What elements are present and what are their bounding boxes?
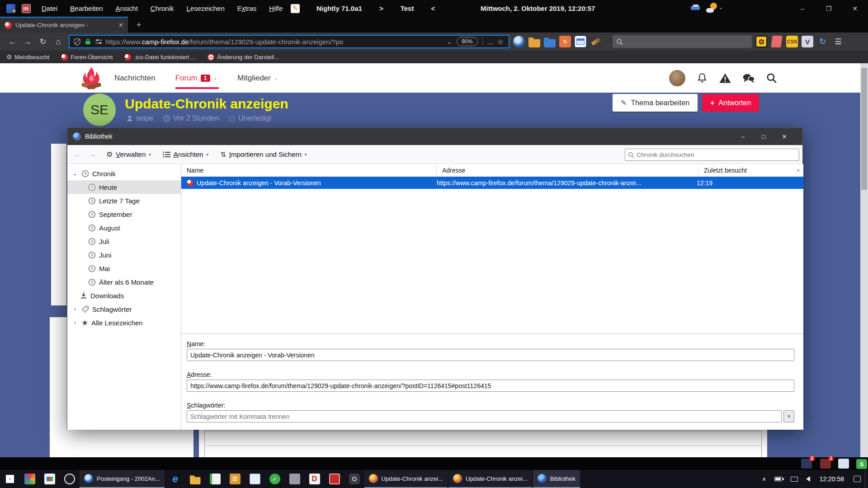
manage-menu-button[interactable]: ⚙ Verwalten ▾ <box>106 150 151 159</box>
forward-button[interactable]: → <box>20 34 35 49</box>
window-minimize-button[interactable]: – <box>789 0 816 17</box>
permissions-icon[interactable] <box>95 38 103 45</box>
lock-icon[interactable] <box>85 38 91 45</box>
tree-item-september[interactable]: September <box>67 207 181 221</box>
menu-ansicht[interactable]: Ansicht <box>109 0 144 17</box>
toolbar-search-box[interactable] <box>613 35 752 48</box>
new-tab-button[interactable]: + <box>132 19 146 31</box>
printer-tray-icon[interactable] <box>691 4 701 13</box>
campfire-logo[interactable] <box>80 66 103 90</box>
taskbar-app-gray[interactable] <box>285 470 305 488</box>
urlbar-dropdown-icon[interactable]: ⌄ <box>447 38 452 45</box>
tracking-shield-icon[interactable] <box>73 38 81 46</box>
tree-item-alle-lesezeichen[interactable]: › ★ Alle Lesezeichen <box>67 316 181 329</box>
active-tab[interactable]: Update-Chronik anzeigen - ✕ <box>0 17 128 33</box>
library-minimize-button[interactable]: – <box>732 128 753 145</box>
tab-close-icon[interactable]: ✕ <box>118 22 123 28</box>
nav-mitglieder[interactable]: Mitglieder ⌄ <box>237 74 278 83</box>
url-text[interactable]: https://www.camp-firefox.de/forum/thema/… <box>105 38 445 46</box>
warning-icon[interactable] <box>719 72 731 84</box>
url-bar[interactable]: https://www.camp-firefox.de/forum/thema/… <box>69 35 509 48</box>
chat-icon[interactable] <box>742 72 755 84</box>
tree-item-juli[interactable]: Juli <box>67 235 181 248</box>
s-corner-icon[interactable]: S <box>856 459 867 469</box>
weather-icon[interactable] <box>706 3 717 14</box>
image-search-addon-icon[interactable] <box>755 36 767 47</box>
tree-item-aelter-als-6-monate[interactable]: Älter als 6 Monate <box>67 275 181 289</box>
taskbar-app-explorer[interactable] <box>185 470 205 488</box>
taskbar-app-chart[interactable] <box>40 470 60 488</box>
tree-item-heute[interactable]: Heute <box>67 180 181 194</box>
brush-addon-icon[interactable] <box>590 36 602 47</box>
menu-datei[interactable]: Datei <box>35 0 64 17</box>
bookmark-meistbesucht[interactable]: ⚙ Meistbesucht <box>6 53 49 61</box>
menu-bearbeiten[interactable]: Bearbeiten <box>64 0 109 17</box>
show-desktop-button[interactable] <box>865 470 868 488</box>
start-button[interactable] <box>0 470 20 488</box>
tree-item-august[interactable]: August <box>67 221 181 235</box>
library-search-input[interactable] <box>637 151 790 158</box>
library-forward-button[interactable]: → <box>88 150 96 159</box>
tree-open-icon[interactable]: ⌄ <box>72 170 78 177</box>
taskbar-app-monitor[interactable] <box>325 470 344 488</box>
search-icon[interactable] <box>766 72 778 84</box>
notes-pencil-icon[interactable]: ✎ <box>291 4 300 13</box>
library-titlebar[interactable]: Bibliothek – □ ✕ <box>67 128 802 145</box>
tree-item-mai[interactable]: Mai <box>67 262 181 275</box>
back-button[interactable]: ← <box>5 34 20 49</box>
nav-nachrichten[interactable]: Nachrichten <box>114 74 156 83</box>
taskbar-app-notepad[interactable] <box>245 470 265 488</box>
library-close-button[interactable]: ✕ <box>774 128 795 145</box>
tree-item-schlagwoerter[interactable]: › Schlagwörter <box>67 302 181 316</box>
tree-item-letzte-7-tage[interactable]: Letzte 7 Tage <box>67 194 181 207</box>
battery-icon[interactable] <box>770 470 787 488</box>
taskbar-app-dark-circle[interactable] <box>60 470 80 488</box>
library-back-button[interactable]: ← <box>74 150 82 159</box>
tree-closed-icon[interactable]: › <box>72 319 78 326</box>
history-row-selected[interactable]: Update-Chronik anzeigen - Vorab-Versione… <box>181 177 803 189</box>
library-maximize-button[interactable]: □ <box>753 128 774 145</box>
tray-expand-icon[interactable]: ∧ <box>758 470 770 488</box>
menu-extras[interactable]: Extras <box>231 0 263 17</box>
window-restore-button[interactable]: ❐ <box>816 0 842 17</box>
bell-icon[interactable] <box>696 72 708 84</box>
scrollbar-thumb[interactable] <box>861 68 867 190</box>
taskbar-window-library[interactable]: Bibliothek <box>533 470 580 488</box>
import-backup-menu-button[interactable]: ⇅ Importieren und Sichern ▾ <box>220 150 307 159</box>
home-button[interactable]: ⌂ <box>51 34 66 49</box>
network-icon[interactable] <box>787 470 802 488</box>
tree-item-juni[interactable]: Juni <box>67 248 181 262</box>
weather-caret-icon[interactable]: ⌄ <box>719 5 723 10</box>
v-addon-icon[interactable]: V <box>802 36 813 47</box>
column-picker-icon[interactable]: ˅ <box>797 168 800 173</box>
details-name-input[interactable] <box>187 349 794 361</box>
script-addon-icon[interactable] <box>771 36 783 47</box>
library-search-box[interactable] <box>625 149 799 161</box>
reply-button[interactable]: + Antworten <box>702 94 759 112</box>
taskbar-window-firefox-1[interactable]: Update-Chronik anzei... <box>364 470 448 488</box>
topic-avatar[interactable]: SE <box>83 94 116 126</box>
bookmark-aenderung[interactable]: sb Änderung der Darstell... <box>208 54 279 61</box>
blue-folder-addon-icon[interactable] <box>544 36 556 47</box>
edit-topic-button[interactable]: ✎ Thema bearbeiten <box>613 94 698 112</box>
taskbar-app-edge[interactable]: e <box>165 470 185 488</box>
details-tags-input[interactable] <box>187 410 782 422</box>
printer-mini-icon[interactable] <box>838 459 849 469</box>
refresh-addon-icon[interactable]: ↻ <box>559 36 571 47</box>
tray-overflow-icon[interactable]: 1 <box>820 459 831 469</box>
tray-overflow-icon[interactable]: 2 <box>801 459 812 469</box>
tree-item-downloads[interactable]: Downloads <box>67 289 181 302</box>
views-menu-button[interactable]: Ansichten ▾ <box>163 150 208 158</box>
column-header-name[interactable]: Name <box>181 164 437 177</box>
taskbar-app-keepass[interactable]: ⚿ <box>225 470 245 488</box>
menu-hilfe[interactable]: Hilfe <box>263 0 289 17</box>
details-address-input[interactable] <box>187 380 794 392</box>
column-header-zuletzt-besucht[interactable]: Zuletzt besucht ˅ <box>698 164 803 177</box>
zoom-level-button[interactable]: 90% <box>457 37 478 46</box>
thunderbird-addon-icon[interactable] <box>513 36 525 47</box>
column-header-adresse[interactable]: Adresse <box>437 164 698 177</box>
window-close-button[interactable]: ✕ <box>842 0 868 17</box>
css-addon-icon[interactable]: CSS <box>786 36 798 47</box>
topic-author[interactable]: seipe <box>127 114 153 122</box>
tree-item-chronik[interactable]: ⌄ Chronik <box>67 167 181 180</box>
